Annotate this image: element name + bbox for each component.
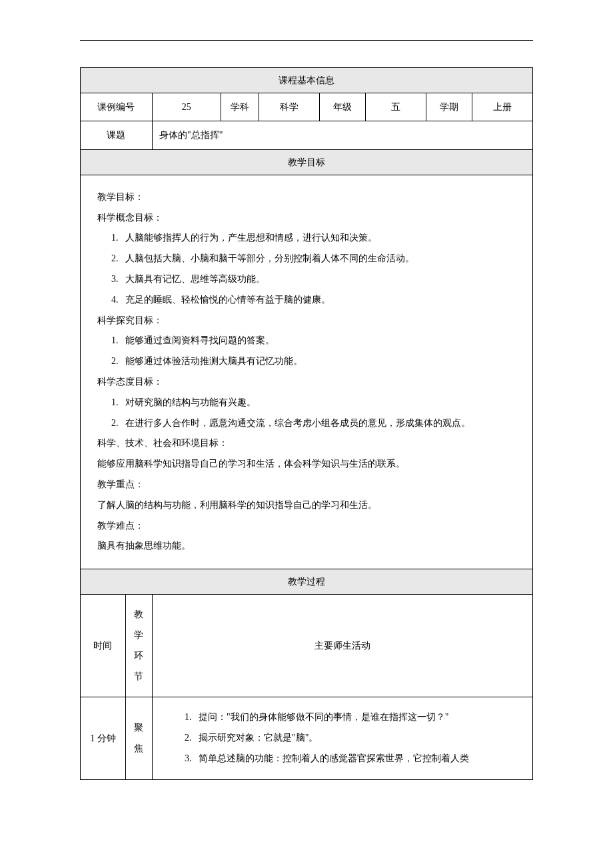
subject-value: 科学 — [259, 93, 319, 121]
semester-label: 学期 — [426, 93, 472, 121]
attitude-item-2: 2. 在进行多人合作时，愿意沟通交流，综合考虑小组各成员的意见，形成集体的观点。 — [97, 413, 516, 434]
concept-item-3: 3. 大脑具有记忆、思维等高级功能。 — [97, 269, 516, 290]
process-row-1: 1 分钟 聚 焦 1. 提问："我们的身体能够做不同的事情，是谁在指挥这一切？"… — [81, 697, 533, 779]
document-table: 课程基本信息 课例编号 25 学科 科学 年级 五 学期 上册 课题 身体的"总… — [80, 67, 533, 780]
concept-item-4: 4. 充足的睡眠、轻松愉悦的心情等有益于脑的健康。 — [97, 290, 516, 311]
objectives-content: 教学目标： 科学概念目标： 1. 人脑能够指挥人的行为，产生思想和情感，进行认知… — [81, 175, 533, 569]
col-activity: 主要师生活动 — [152, 595, 532, 697]
activity-item-2: 2. 揭示研究对象：它就是"脑"。 — [185, 728, 519, 749]
course-id-value: 25 — [152, 93, 221, 121]
process-header-row: 时间 教 学 环 节 主要师生活动 — [81, 595, 533, 697]
concept-item-2: 2. 人脑包括大脑、小脑和脑干等部分，分别控制着人体不同的生命活动。 — [97, 249, 516, 269]
row1-activity: 1. 提问："我们的身体能够做不同的事情，是谁在指挥这一切？" 2. 揭示研究对… — [152, 697, 532, 779]
inquiry-item-2: 2. 能够通过体验活动推测大脑具有记忆功能。 — [97, 351, 516, 372]
difficulty-text: 脑具有抽象思维功能。 — [97, 536, 516, 557]
keypoint-title: 教学重点： — [97, 475, 516, 495]
subject-label: 学科 — [221, 93, 259, 121]
col-time: 时间 — [81, 595, 126, 697]
keypoint-text: 了解人脑的结构与功能，利用脑科学的知识指导自己的学习和生活。 — [97, 495, 516, 516]
course-id-label: 课例编号 — [81, 93, 153, 121]
row1-time: 1 分钟 — [81, 697, 126, 779]
attitude-title: 科学态度目标： — [97, 372, 516, 393]
top-divider — [80, 40, 533, 41]
info-row-1: 课例编号 25 学科 科学 年级 五 学期 上册 — [81, 93, 533, 121]
process-header: 教学过程 — [81, 569, 533, 595]
concept-item-1: 1. 人脑能够指挥人的行为，产生思想和情感，进行认知和决策。 — [97, 228, 516, 249]
col-stage: 教 学 环 节 — [125, 595, 152, 697]
attitude-item-1: 1. 对研究脑的结构与功能有兴趣。 — [97, 393, 516, 413]
objectives-title: 教学目标： — [97, 187, 516, 208]
activity-item-1: 1. 提问："我们的身体能够做不同的事情，是谁在指挥这一切？" — [185, 707, 519, 728]
objectives-header: 教学目标 — [81, 149, 533, 175]
topic-value: 身体的"总指挥" — [152, 121, 532, 149]
basic-info-header: 课程基本信息 — [81, 68, 533, 93]
stse-text: 能够应用脑科学知识指导自己的学习和生活，体会科学知识与生活的联系。 — [97, 454, 516, 475]
row1-stage: 聚 焦 — [125, 697, 152, 779]
semester-value: 上册 — [472, 93, 532, 121]
activity-item-3: 3. 简单总述脑的功能：控制着人的感觉器官探索世界，它控制着人类 — [185, 749, 519, 769]
inquiry-item-1: 1. 能够通过查阅资料寻找问题的答案。 — [97, 331, 516, 351]
concept-title: 科学概念目标： — [97, 208, 516, 229]
topic-label: 课题 — [81, 121, 153, 149]
grade-value: 五 — [365, 93, 426, 121]
stse-title: 科学、技术、社会和环境目标： — [97, 433, 516, 454]
inquiry-title: 科学探究目标： — [97, 311, 516, 331]
info-row-2: 课题 身体的"总指挥" — [81, 121, 533, 149]
difficulty-title: 教学难点： — [97, 516, 516, 537]
grade-label: 年级 — [320, 93, 366, 121]
